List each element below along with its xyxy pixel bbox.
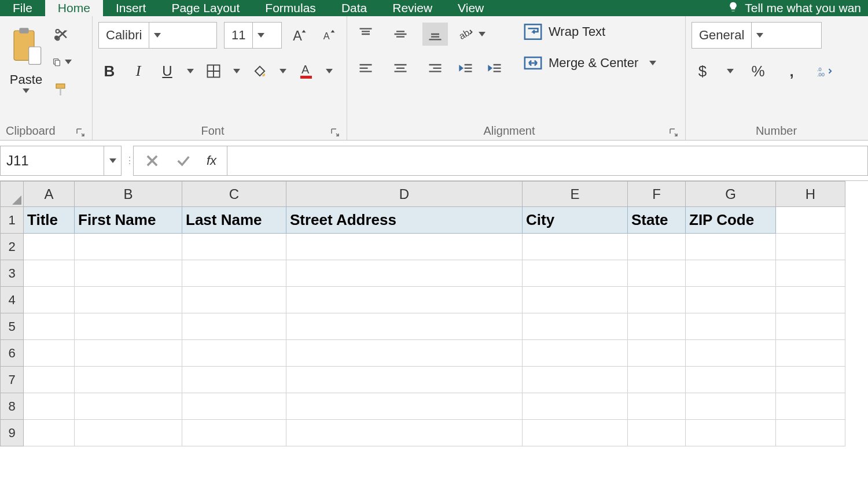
row-header-6[interactable]: 6 xyxy=(1,340,24,367)
fill-color-button[interactable] xyxy=(249,59,271,83)
clipboard-dialog-launcher[interactable] xyxy=(76,127,85,136)
cell-D1[interactable]: Street Address xyxy=(286,207,523,234)
select-all-button[interactable] xyxy=(1,182,24,207)
tab-file[interactable]: File xyxy=(0,0,45,16)
font-color-button[interactable]: A xyxy=(295,59,317,83)
row-header-5[interactable]: 5 xyxy=(1,313,24,340)
cell-B6[interactable] xyxy=(75,340,182,367)
accounting-format-dropdown[interactable] xyxy=(725,69,735,73)
cell-E6[interactable] xyxy=(523,340,628,367)
decrease-indent-button[interactable] xyxy=(455,57,477,81)
align-top-button[interactable] xyxy=(353,23,378,46)
cell-E3[interactable] xyxy=(523,260,628,287)
tab-view[interactable]: View xyxy=(445,0,496,16)
cell-G6[interactable] xyxy=(686,340,776,367)
cell-A7[interactable] xyxy=(24,367,75,393)
fx-icon[interactable]: fx xyxy=(207,153,216,168)
cell-A9[interactable] xyxy=(24,420,75,446)
percent-style-button[interactable]: % xyxy=(747,59,769,83)
cell-D7[interactable] xyxy=(286,367,523,393)
cell-B4[interactable] xyxy=(75,287,182,313)
cell-B2[interactable] xyxy=(75,234,182,260)
cell-B5[interactable] xyxy=(75,313,182,340)
cell-E4[interactable] xyxy=(523,287,628,313)
cell-A2[interactable] xyxy=(24,234,75,260)
cell-B9[interactable] xyxy=(75,420,182,446)
underline-button[interactable]: U xyxy=(156,59,178,83)
cell-H2[interactable] xyxy=(776,234,845,260)
cell-G4[interactable] xyxy=(686,287,776,313)
cell-H3[interactable] xyxy=(776,260,845,287)
cell-D4[interactable] xyxy=(286,287,523,313)
cell-A3[interactable] xyxy=(24,260,75,287)
cell-H8[interactable] xyxy=(776,393,845,420)
italic-button[interactable]: I xyxy=(127,59,149,83)
align-middle-button[interactable] xyxy=(388,23,413,46)
increase-font-size-button[interactable]: A xyxy=(289,23,311,47)
column-header-D[interactable]: D xyxy=(286,182,523,207)
tell-me-search[interactable]: Tell me what you wan xyxy=(716,0,868,16)
tab-formulas[interactable]: Formulas xyxy=(252,0,329,16)
cell-A5[interactable] xyxy=(24,313,75,340)
column-header-C[interactable]: C xyxy=(182,182,286,207)
cell-G7[interactable] xyxy=(686,367,776,393)
column-header-H[interactable]: H xyxy=(776,182,845,207)
column-header-A[interactable]: A xyxy=(24,182,75,207)
merge-center-dropdown[interactable] xyxy=(648,61,658,65)
column-header-G[interactable]: G xyxy=(686,182,776,207)
cell-F5[interactable] xyxy=(628,313,686,340)
cell-D8[interactable] xyxy=(286,393,523,420)
merge-center-button[interactable]: Merge & Center xyxy=(523,53,658,73)
cell-G5[interactable] xyxy=(686,313,776,340)
cell-E5[interactable] xyxy=(523,313,628,340)
tab-review[interactable]: Review xyxy=(380,0,445,16)
cut-button[interactable] xyxy=(52,24,72,44)
cell-G9[interactable] xyxy=(686,420,776,446)
row-header-3[interactable]: 3 xyxy=(1,260,24,287)
cell-F8[interactable] xyxy=(628,393,686,420)
fill-color-dropdown[interactable] xyxy=(278,69,288,73)
format-painter-button[interactable] xyxy=(52,80,72,99)
copy-button[interactable] xyxy=(52,52,72,72)
cell-D2[interactable] xyxy=(286,234,523,260)
alignment-dialog-launcher[interactable] xyxy=(669,127,678,136)
cell-H5[interactable] xyxy=(776,313,845,340)
cell-G8[interactable] xyxy=(686,393,776,420)
cell-F9[interactable] xyxy=(628,420,686,446)
cell-A4[interactable] xyxy=(24,287,75,313)
cell-A8[interactable] xyxy=(24,393,75,420)
cell-C9[interactable] xyxy=(182,420,286,446)
cell-C3[interactable] xyxy=(182,260,286,287)
cell-F7[interactable] xyxy=(628,367,686,393)
align-left-button[interactable] xyxy=(353,57,378,80)
cell-C8[interactable] xyxy=(182,393,286,420)
tab-data[interactable]: Data xyxy=(329,0,380,16)
row-header-9[interactable]: 9 xyxy=(1,420,24,446)
name-box[interactable]: J11 xyxy=(0,146,122,176)
font-name-combo[interactable]: Calibri xyxy=(98,22,217,49)
cancel-formula-button[interactable] xyxy=(144,153,160,169)
row-header-2[interactable]: 2 xyxy=(1,234,24,260)
increase-decimal-button[interactable]: .0.00 xyxy=(814,59,836,83)
borders-button[interactable] xyxy=(203,59,225,83)
cell-D6[interactable] xyxy=(286,340,523,367)
cell-D3[interactable] xyxy=(286,260,523,287)
orientation-button[interactable]: ab xyxy=(455,22,477,46)
cell-F1[interactable]: State xyxy=(628,207,686,234)
decrease-font-size-button[interactable]: A xyxy=(318,23,340,47)
cell-C2[interactable] xyxy=(182,234,286,260)
font-color-dropdown[interactable] xyxy=(324,69,334,73)
cell-G2[interactable] xyxy=(686,234,776,260)
bold-button[interactable]: B xyxy=(98,59,120,83)
increase-indent-button[interactable] xyxy=(484,57,506,81)
cell-E2[interactable] xyxy=(523,234,628,260)
borders-dropdown[interactable] xyxy=(231,69,242,73)
cell-B1[interactable]: First Name xyxy=(75,207,182,234)
underline-dropdown[interactable] xyxy=(185,69,196,73)
tab-home[interactable]: Home xyxy=(45,0,103,16)
align-bottom-button[interactable] xyxy=(422,23,448,46)
column-header-F[interactable]: F xyxy=(628,182,686,207)
font-dialog-launcher[interactable] xyxy=(330,127,340,136)
cell-E1[interactable]: City xyxy=(523,207,628,234)
cell-F6[interactable] xyxy=(628,340,686,367)
